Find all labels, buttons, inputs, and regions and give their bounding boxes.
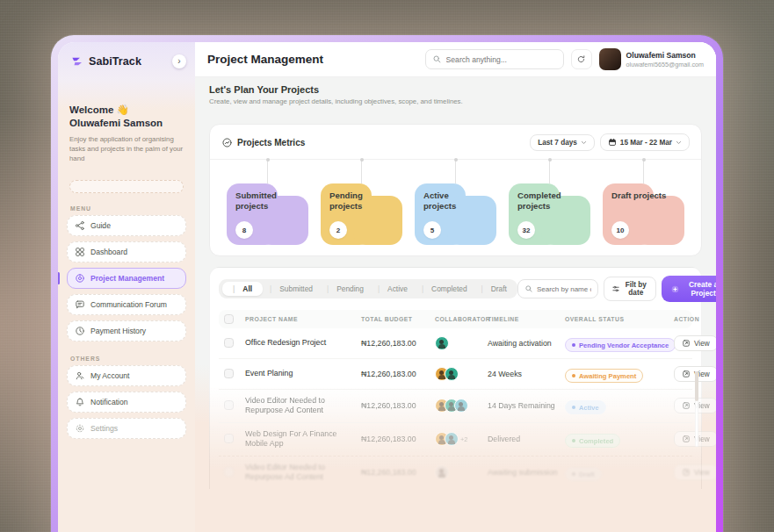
- select-all-checkbox[interactable]: [224, 314, 234, 324]
- menu-section-label: MENU: [70, 205, 195, 212]
- global-search[interactable]: [425, 49, 564, 69]
- metric-folder[interactable]: Completed projects 32: [509, 183, 590, 245]
- status-badge: Awaiting Payment: [565, 369, 643, 383]
- sidebar-item[interactable]: Payment History: [67, 320, 186, 341]
- metric-value: 2: [329, 221, 347, 239]
- view-icon: [682, 401, 691, 410]
- project-budget: ₦12,260,183.00: [361, 339, 431, 348]
- view-icon: [682, 370, 691, 378]
- project-timeline: Awaiting submission: [488, 468, 561, 477]
- refresh-button[interactable]: [571, 49, 592, 69]
- user-name: Oluwafemi Samson: [626, 51, 704, 60]
- range-filter-dropdown[interactable]: Last 7 days: [530, 134, 595, 151]
- content-area: Projects Metrics Last 7 days: [195, 113, 716, 532]
- status-dot-icon: [572, 439, 575, 442]
- sidebar-item[interactable]: Project Management: [67, 268, 186, 289]
- sidebar-item[interactable]: Settings: [67, 418, 186, 439]
- metric-card: Submitted projects 8: [227, 160, 308, 245]
- metrics-title: Projects Metrics: [237, 138, 305, 147]
- sidebar-item[interactable]: My Account: [67, 365, 186, 386]
- sidebar-others: My Account Notification Settings: [58, 365, 195, 444]
- welcome-username: Oluwafemi Samson: [69, 117, 184, 130]
- status-badge: Draft: [565, 467, 602, 481]
- projects-table-card: All Submitted Pending: [209, 267, 702, 489]
- table-row[interactable]: Office Redesign Project ₦12,260,183.00 A…: [219, 328, 692, 359]
- date-range-dropdown[interactable]: 15 Mar - 22 Mar: [600, 133, 690, 151]
- main-area: Project Management: [195, 42, 716, 532]
- metric-connector: [643, 160, 644, 183]
- communication-forum-icon: [75, 299, 85, 310]
- app-window: SabiTrack › Welcome 👋 Oluwafemi Samson E…: [58, 42, 716, 532]
- collaborator-avatars: [435, 367, 484, 381]
- filter-icon: [611, 284, 620, 293]
- metric-value: 32: [517, 221, 535, 239]
- collaborator-avatar: [435, 336, 449, 350]
- table-scrollbar[interactable]: [695, 371, 698, 447]
- row-checkbox[interactable]: [224, 369, 234, 378]
- metrics-cards: Submitted projects 8 Pending pro: [221, 160, 690, 255]
- global-search-input[interactable]: [446, 55, 557, 64]
- filter-by-date-button[interactable]: Filt by date: [604, 277, 656, 301]
- collaborator-extra-count: +2: [460, 435, 467, 443]
- project-name: Event Planing: [245, 369, 358, 378]
- project-budget: ₦12,260,183.00: [361, 468, 431, 477]
- user-chip[interactable]: Oluwafemi Samson oluwafemi5655@gmail.com: [599, 48, 704, 70]
- row-checkbox[interactable]: [224, 338, 234, 348]
- collaborator-avatar: [445, 367, 459, 381]
- sidebar-item[interactable]: Notification: [67, 392, 186, 413]
- view-button[interactable]: View: [674, 335, 716, 351]
- project-budget: ₦12,260,183.00: [361, 435, 431, 443]
- row-checkbox[interactable]: [224, 434, 234, 443]
- metric-connector: [267, 160, 268, 183]
- status-tab[interactable]: Active: [371, 282, 415, 296]
- metric-folder[interactable]: Pending projects 2: [321, 183, 402, 245]
- create-project-button[interactable]: Create a Project: [662, 276, 716, 302]
- sidebar-item[interactable]: Guide: [67, 215, 186, 236]
- table-row[interactable]: Video Editor Needed to Repurpose Ad Cont…: [219, 457, 692, 489]
- status-dot-icon: [572, 343, 575, 347]
- sidebar-menu: Guide Dashboard Project Management: [58, 215, 195, 347]
- metric-card: Active projects 5: [415, 160, 496, 245]
- project-timeline: 14 Days Remaining: [488, 401, 561, 410]
- status-tab[interactable]: Submitted: [263, 282, 320, 296]
- status-tabs: All Submitted Pending: [219, 279, 517, 298]
- welcome-description: Enjoy the application of organising task…: [69, 134, 184, 164]
- status-badge: Pending Vendor Acceptance: [565, 338, 676, 352]
- table-search-input[interactable]: [537, 285, 591, 293]
- sidebar-item-label: Settings: [90, 424, 118, 433]
- sidebar-item-label: Guide: [90, 221, 111, 230]
- my-account-icon: [75, 370, 85, 381]
- metric-folder[interactable]: Submitted projects 8: [227, 183, 308, 245]
- view-button[interactable]: View: [674, 464, 716, 480]
- table-row[interactable]: Web Design For A Finance Mobile App ₦12,…: [219, 423, 692, 457]
- project-budget: ₦12,260,183.00: [361, 401, 431, 410]
- status-tab[interactable]: Completed: [415, 282, 474, 296]
- settings-icon: [75, 423, 85, 434]
- view-icon: [682, 339, 691, 348]
- row-checkbox[interactable]: [224, 400, 234, 410]
- column-header: COLLABORATOR: [435, 316, 484, 322]
- table-row[interactable]: Event Planing ₦12,260,183.00 24 Weeks Aw…: [219, 359, 692, 390]
- sidebar-item[interactable]: Dashboard: [67, 241, 186, 262]
- status-badge: Active: [565, 400, 606, 414]
- metric-value: 5: [423, 221, 441, 239]
- table-row[interactable]: Video Editor Needed to Repurpose Ad Cont…: [219, 390, 692, 423]
- collaborator-avatars: [435, 399, 484, 413]
- row-checkbox[interactable]: [224, 467, 234, 477]
- status-tab[interactable]: Pending: [320, 282, 371, 296]
- status-tab[interactable]: All: [222, 282, 263, 296]
- sidebar-item[interactable]: Communication Forum: [67, 294, 186, 315]
- page-banner: Let's Plan Your Projects Create, view an…: [195, 77, 716, 113]
- project-timeline: Delivered: [488, 435, 561, 443]
- sidebar-collapse-button[interactable]: ›: [172, 54, 186, 68]
- table-search[interactable]: [517, 279, 598, 298]
- banner-subtitle: Create, view and manage project details,…: [209, 97, 702, 105]
- plus-circle-icon: [670, 284, 680, 294]
- column-header: ACTION: [674, 316, 706, 322]
- sidebar-item-label: Notification: [90, 398, 128, 406]
- status-tab[interactable]: Draft: [474, 282, 514, 296]
- metric-folder[interactable]: Active projects 5: [415, 183, 496, 245]
- metric-connector: [361, 160, 362, 183]
- project-timeline: 24 Weeks: [488, 370, 561, 378]
- metric-folder[interactable]: Draft projects 10: [603, 183, 684, 245]
